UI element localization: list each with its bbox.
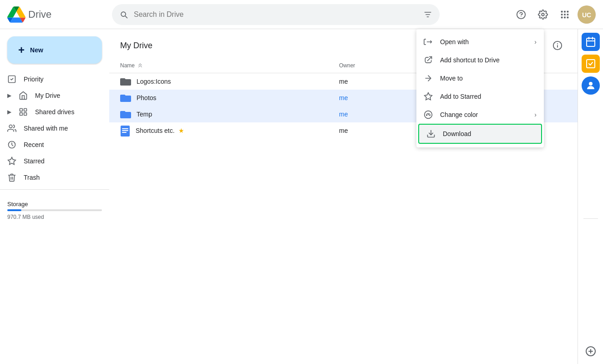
svg-rect-42 xyxy=(587,60,595,68)
download-icon xyxy=(426,129,436,138)
svg-text:UC: UC xyxy=(582,11,591,19)
sidebar-item-trash-label: Trash xyxy=(24,174,40,181)
file-name: Temp xyxy=(137,111,339,118)
sidebar-item-priority[interactable]: Priority xyxy=(0,71,102,87)
submenu-arrow: › xyxy=(534,38,537,46)
open-with-icon xyxy=(424,37,433,46)
file-name: Logos:Icons xyxy=(137,78,339,85)
menu-item-open-with[interactable]: Open with › xyxy=(416,33,544,51)
add-panel-button[interactable] xyxy=(582,342,600,360)
storage-label: Storage xyxy=(7,201,102,207)
calendar-icon[interactable] xyxy=(582,33,600,51)
menu-item-change-color-label: Change color xyxy=(440,111,478,118)
topbar-right: UC xyxy=(512,5,596,24)
svg-point-48 xyxy=(426,115,427,116)
sidebar-item-my-drive[interactable]: ▶ My Drive xyxy=(0,87,102,104)
svg-rect-4 xyxy=(567,10,569,12)
search-icon xyxy=(119,10,128,19)
page-title: My Drive xyxy=(120,41,152,51)
svg-point-49 xyxy=(428,114,429,116)
svg-rect-7 xyxy=(567,14,569,15)
star-menu-icon xyxy=(424,92,433,101)
help-button[interactable] xyxy=(512,5,530,24)
svg-rect-16 xyxy=(20,113,23,116)
menu-item-open-with-label: Open with xyxy=(440,38,469,46)
menu-item-move-to[interactable]: Move to xyxy=(416,69,544,87)
recent-icon xyxy=(7,140,16,149)
sidebar-item-trash[interactable]: Trash xyxy=(0,169,102,186)
menu-item-download-label: Download xyxy=(443,130,471,137)
folder-icon xyxy=(120,109,131,119)
shortcut-icon xyxy=(424,56,433,65)
svg-rect-17 xyxy=(24,113,27,116)
svg-point-18 xyxy=(9,125,12,128)
file-name: Shortcuts etc. ★ xyxy=(136,127,339,134)
shared-drives-icon xyxy=(19,107,28,116)
column-name[interactable]: Name xyxy=(120,62,339,69)
svg-rect-35 xyxy=(122,128,128,129)
shared-with-me-icon xyxy=(7,124,16,133)
svg-rect-5 xyxy=(561,14,563,15)
svg-rect-15 xyxy=(24,109,27,111)
menu-item-download[interactable]: Download xyxy=(418,124,542,144)
svg-rect-36 xyxy=(122,130,128,131)
sidebar-item-shared-drives-label: Shared drives xyxy=(35,108,74,116)
context-menu: Open with › Add shortcut to Drive Move t… xyxy=(416,29,544,147)
doc-icon xyxy=(120,125,130,136)
drive-logo-icon xyxy=(7,5,25,24)
search-input[interactable] xyxy=(134,10,418,19)
svg-point-1 xyxy=(521,16,522,17)
palette-icon xyxy=(424,110,433,119)
star-badge: ★ xyxy=(178,127,184,134)
new-plus-icon: + xyxy=(18,44,25,56)
sidebar-item-my-drive-label: My Drive xyxy=(35,92,60,99)
info-button[interactable] xyxy=(548,36,567,55)
menu-item-add-shortcut[interactable]: Add shortcut to Drive xyxy=(416,51,544,69)
sidebar-item-priority-label: Priority xyxy=(24,76,44,83)
apps-button[interactable] xyxy=(556,5,574,24)
sidebar-item-shared-with-me[interactable]: Shared with me xyxy=(0,120,102,136)
sidebar-item-recent[interactable]: Recent xyxy=(0,136,102,153)
app-name: Drive xyxy=(28,9,51,20)
sidebar-item-shared-drives[interactable]: ▶ Shared drives xyxy=(0,104,102,120)
svg-rect-10 xyxy=(567,16,569,18)
svg-rect-2 xyxy=(561,10,563,12)
new-button[interactable]: + New xyxy=(7,36,102,64)
folder-icon xyxy=(120,76,131,86)
svg-rect-6 xyxy=(564,14,566,15)
storage-section: Storage 970.7 MB used xyxy=(0,193,109,228)
topbar: Drive xyxy=(0,0,603,29)
svg-point-43 xyxy=(589,82,593,86)
expand-icon2: ▶ xyxy=(7,109,11,115)
sidebar-item-starred[interactable]: Starred xyxy=(0,153,102,169)
right-panel xyxy=(578,29,603,364)
sidebar-item-shared-with-me-label: Shared with me xyxy=(24,125,68,132)
menu-item-change-color[interactable]: Change color › xyxy=(416,106,544,124)
svg-rect-14 xyxy=(20,109,23,111)
new-button-label: New xyxy=(30,46,43,54)
logo-area: Drive xyxy=(7,5,112,24)
sidebar: + New Priority ▶ My Drive ▶ xyxy=(0,29,109,364)
folder-icon xyxy=(120,92,131,103)
storage-used: 970.7 MB used xyxy=(7,214,102,220)
svg-rect-3 xyxy=(564,10,566,12)
sidebar-item-starred-label: Starred xyxy=(24,157,45,165)
tasks-icon[interactable] xyxy=(582,55,600,73)
my-drive-icon xyxy=(19,91,28,100)
menu-item-add-starred[interactable]: Add to Starred xyxy=(416,87,544,106)
svg-point-50 xyxy=(429,115,431,116)
expand-icon: ▶ xyxy=(7,92,11,99)
svg-rect-8 xyxy=(561,16,563,18)
settings-button[interactable] xyxy=(534,5,552,24)
starred-icon xyxy=(7,157,16,166)
submenu-arrow-color: › xyxy=(534,111,537,118)
svg-marker-20 xyxy=(8,157,16,165)
sidebar-divider xyxy=(0,189,109,190)
sidebar-item-recent-label: Recent xyxy=(24,141,44,148)
contacts-icon[interactable] xyxy=(582,76,600,95)
filter-icon[interactable] xyxy=(423,10,432,19)
avatar[interactable]: UC xyxy=(578,5,596,24)
search-bar[interactable] xyxy=(112,4,440,25)
svg-rect-37 xyxy=(122,132,127,133)
svg-rect-38 xyxy=(587,38,595,46)
